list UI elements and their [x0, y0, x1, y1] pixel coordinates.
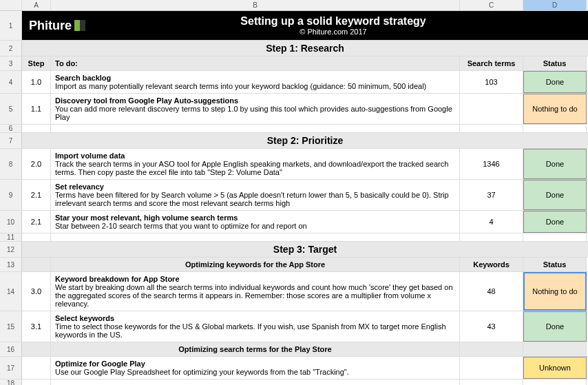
row-9: 9 2.1 Set relevancy Terms have been filt…	[0, 180, 588, 211]
row-num[interactable]: 9	[0, 180, 22, 210]
row-num[interactable]: 13	[0, 258, 22, 271]
cell-todo[interactable]: Search backlog Import as many potentiall…	[51, 71, 460, 93]
cell-todo[interactable]: Discovery tool from Google Play Auto-sug…	[51, 94, 460, 124]
cell-status[interactable]: Done	[523, 149, 587, 179]
row-num[interactable]: 8	[0, 149, 22, 179]
row-num[interactable]: 16	[0, 342, 22, 356]
row-num[interactable]: 1	[0, 11, 22, 40]
section-header: Step 1: Research	[22, 41, 588, 56]
cell-step[interactable]: 1.0	[22, 71, 51, 93]
cell-status[interactable]: Nothing to do	[523, 272, 587, 311]
row-num[interactable]: 17	[0, 357, 22, 379]
logo-text: Phiture	[29, 19, 72, 33]
todo-desc: Import as many potentially relevant sear…	[55, 82, 455, 90]
row-2: 2 Step 1: Research	[0, 41, 588, 56]
row-4: 4 1.0 Search backlog Import as many pote…	[0, 71, 588, 94]
row-3: 3 Step To do: Search terms Status	[0, 56, 588, 71]
row-14: 14 3.0 Keyword breakdown for App Store W…	[0, 272, 588, 311]
cell-count[interactable]: 103	[460, 71, 523, 93]
row-5: 5 1.1 Discovery tool from Google Play Au…	[0, 94, 588, 125]
todo-title: Set relevancy	[55, 183, 455, 191]
row-15: 15 3.1 Select keywords Time to select th…	[0, 311, 588, 342]
section-header: Step 2: Prioritize	[22, 133, 588, 148]
row-7: 7 Step 2: Prioritize	[0, 133, 588, 149]
row-num[interactable]: 14	[0, 272, 22, 311]
todo-desc: Time to select those keywords for the US…	[55, 322, 455, 339]
col-header-c[interactable]: C	[460, 0, 523, 10]
cell-step[interactable]: 2.1	[22, 211, 51, 233]
cell-count[interactable]: 4	[460, 211, 523, 233]
todo-desc: You can add more relevant discovery term…	[55, 105, 455, 121]
banner: Phiture Setting up a solid keyword strat…	[22, 11, 588, 40]
cell-status[interactable]: Done	[523, 311, 587, 342]
todo-desc: Use our Google Play Spreadsheet for opti…	[55, 368, 455, 376]
cell-todo[interactable]: Import volume data Track the search term…	[51, 149, 460, 179]
cell-todo[interactable]: Optimize for Google Play Use our Google …	[51, 357, 460, 379]
cell-step[interactable]: 3.0	[22, 272, 51, 311]
cell-todo[interactable]: Select keywords Time to select those key…	[51, 311, 460, 342]
todo-title: Star your most relevant, high volume sea…	[55, 214, 455, 222]
todo-title: Select keywords	[55, 314, 455, 322]
col-header-b[interactable]: B	[51, 0, 460, 10]
column-headers[interactable]: A B C D	[0, 0, 588, 11]
row-17: 17 Optimize for Google Play Use our Goog…	[0, 357, 588, 379]
row-8: 8 2.0 Import volume data Track the searc…	[0, 149, 588, 180]
row-18: 18	[0, 379, 588, 385]
todo-desc: Track the search terms in your ASO tool …	[55, 160, 455, 176]
cell-todo[interactable]: Star your most relevant, high volume sea…	[51, 211, 460, 233]
cell-step[interactable]: 1.1	[22, 94, 51, 124]
col-header-a[interactable]: A	[22, 0, 51, 10]
todo-title: Optimize for Google Play	[55, 360, 455, 368]
header-status: Status	[523, 258, 587, 271]
cell-todo[interactable]: Keyword breakdown for App Store We start…	[51, 272, 460, 311]
header-searchterms: Search terms	[460, 56, 523, 70]
cell-status[interactable]: Done	[523, 180, 587, 210]
cell-count[interactable]: 43	[460, 311, 523, 342]
todo-desc: Terms have been filtered for by Search v…	[55, 191, 455, 207]
cell-count[interactable]	[460, 357, 523, 379]
cell-step[interactable]: 3.1	[22, 311, 51, 342]
row-num[interactable]: 18	[0, 379, 22, 385]
cell-status[interactable]: Unknown	[523, 357, 587, 379]
cell-count[interactable]: 37	[460, 180, 523, 210]
row-num[interactable]: 11	[0, 233, 22, 241]
row-1: 1 Phiture Setting up a solid keyword str…	[0, 11, 588, 41]
row-num[interactable]: 7	[0, 133, 22, 148]
section-header: Step 3: Target	[22, 242, 588, 257]
cell-status[interactable]: Done	[523, 71, 587, 93]
row-num[interactable]: 15	[0, 311, 22, 342]
subheader-appstore: Optimizing keywords for the App Store	[51, 258, 460, 271]
row-num[interactable]: 12	[0, 242, 22, 257]
cell-count[interactable]	[460, 94, 523, 124]
cell-count[interactable]: 48	[460, 272, 523, 311]
row-num[interactable]: 2	[0, 41, 22, 56]
row-num[interactable]: 6	[0, 125, 22, 132]
spreadsheet: A B C D 1 Phiture Setting up a solid key…	[0, 0, 588, 385]
cell-status[interactable]: Done	[523, 211, 587, 233]
row-12: 12 Step 3: Target	[0, 242, 588, 258]
cell-status[interactable]: Nothing to do	[523, 94, 587, 124]
row-num[interactable]: 5	[0, 94, 22, 124]
row-11: 11	[0, 233, 588, 242]
cell-todo[interactable]: Set relevancy Terms have been filtered f…	[51, 180, 460, 210]
header-todo: To do:	[51, 56, 460, 70]
logo-icon	[74, 20, 85, 31]
cell-step[interactable]: 2.0	[22, 149, 51, 179]
col-header-d[interactable]: D	[523, 0, 587, 10]
row-num[interactable]: 4	[0, 71, 22, 93]
cell-step[interactable]: 2.1	[22, 180, 51, 210]
cell-step[interactable]	[22, 357, 51, 379]
banner-subtitle: © Phiture.com 2017	[85, 28, 581, 36]
header-status: Status	[523, 56, 587, 70]
logo: Phiture	[29, 19, 85, 33]
todo-desc: We start by breaking down all the search…	[55, 283, 455, 308]
row-6: 6	[0, 125, 588, 133]
row-num[interactable]: 3	[0, 56, 22, 70]
row-13: 13 Optimizing keywords for the App Store…	[0, 258, 588, 272]
subheader-playstore: Optimizing search terms for the Play Sto…	[51, 342, 460, 356]
cell-count[interactable]: 1346	[460, 149, 523, 179]
header-keywords: Keywords	[460, 258, 523, 271]
todo-title: Import volume data	[55, 152, 455, 160]
row-10: 10 2.1 Star your most relevant, high vol…	[0, 211, 588, 233]
row-num[interactable]: 10	[0, 211, 22, 233]
